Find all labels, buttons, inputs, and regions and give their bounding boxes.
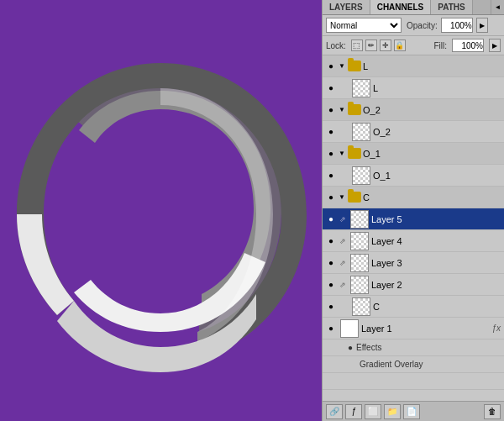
layer-name: O_1 — [363, 149, 502, 159]
layer-thumbnail — [350, 232, 369, 250]
effect-item[interactable]: Gradient Overlay — [323, 356, 504, 373]
lock-icons: ⬚ ✏ ✛ 🔒 — [351, 39, 406, 51]
effect-name: Gradient Overlay — [360, 360, 423, 369]
layer-name: Layer 2 — [371, 280, 502, 290]
layer-item[interactable]: ● ▼ L — [323, 55, 504, 77]
folder-icon — [348, 61, 361, 72]
eye-icon[interactable]: ● — [324, 234, 338, 248]
eye-icon[interactable]: ● — [324, 169, 338, 182]
tab-layers[interactable]: LAYERS — [323, 0, 370, 14]
layer-thumbnail — [352, 123, 370, 141]
add-mask-button[interactable]: ⬜ — [365, 404, 381, 419]
eye-icon[interactable]: ● — [324, 103, 338, 117]
fill-arrow[interactable]: ▶ — [489, 39, 501, 52]
layer-name: O_2 — [373, 127, 502, 137]
new-group-button[interactable]: 📁 — [384, 404, 401, 419]
lock-position-btn[interactable]: ✛ — [380, 39, 391, 51]
opacity-label: Opacity: — [407, 21, 438, 30]
effects-header: ● Effects — [323, 339, 504, 356]
layer-item[interactable]: ● L — [323, 77, 504, 99]
layer-thumbnail — [340, 319, 359, 338]
folder-icon — [348, 192, 361, 203]
layer-item[interactable]: ● ⇗ Layer 3 — [323, 252, 504, 274]
lock-all-btn[interactable]: 🔒 — [394, 39, 406, 51]
eye-icon[interactable]: ● — [324, 300, 338, 313]
layer-thumbnail — [350, 276, 369, 294]
lock-transparency-btn[interactable]: ⬚ — [351, 39, 363, 51]
panel-menu-button[interactable]: ◄ — [491, 0, 504, 14]
layer-item[interactable]: ● ▼ O_1 — [323, 143, 504, 165]
layer-thumbnail — [352, 79, 370, 97]
group-arrow[interactable]: ▼ — [338, 106, 346, 114]
layer-item-empty — [323, 373, 504, 390]
new-layer-button[interactable]: 📄 — [403, 404, 420, 419]
folder-icon — [348, 148, 361, 160]
blend-mode-row: Normal Opacity: ▶ — [323, 15, 504, 36]
layer-name: Layer 3 — [371, 258, 502, 268]
layer-item[interactable]: ● Layer 1 ƒx — [323, 318, 504, 339]
layer-item[interactable]: ● ⇗ Layer 2 — [323, 274, 504, 296]
link-icon: ⇗ — [338, 213, 348, 226]
layer-name: O_1 — [373, 171, 502, 181]
layer-name: O_2 — [363, 105, 502, 115]
opacity-input[interactable] — [441, 18, 473, 33]
tab-channels[interactable]: CHANNELS — [370, 0, 432, 14]
group-arrow[interactable]: ▼ — [338, 150, 346, 158]
folder-icon — [348, 104, 361, 116]
c-logo-svg — [0, 0, 322, 421]
opacity-arrow[interactable]: ▶ — [476, 18, 488, 33]
lock-row: Lock: ⬚ ✏ ✛ 🔒 Fill: ▶ — [323, 36, 504, 55]
layer-item[interactable]: ● O_1 — [323, 165, 504, 187]
layer-thumbnail — [350, 210, 369, 229]
blend-mode-select[interactable]: Normal — [326, 18, 402, 33]
layer-name: L — [363, 61, 502, 71]
group-arrow[interactable]: ▼ — [338, 193, 346, 202]
link-icon: ⇗ — [338, 256, 348, 270]
eye-icon[interactable]: ● — [324, 256, 338, 270]
layer-item[interactable]: ● O_2 — [323, 121, 504, 143]
layer-name: Layer 4 — [371, 236, 502, 246]
layer-name: Layer 1 — [361, 324, 491, 334]
eye-icon[interactable]: ● — [324, 60, 338, 73]
link-icon: ⇗ — [338, 234, 348, 248]
layer-item[interactable]: ● C — [323, 296, 504, 318]
eye-icon[interactable]: ● — [324, 213, 338, 226]
eye-icon[interactable]: ● — [324, 82, 338, 95]
layer-item[interactable]: ● ⇗ Layer 5 — [323, 208, 504, 230]
layer-item[interactable]: ● ▼ O_2 — [323, 99, 504, 121]
layer-thumbnail — [352, 166, 370, 185]
canvas-area — [0, 0, 322, 421]
layer-name: C — [373, 302, 502, 312]
group-arrow[interactable]: ▼ — [338, 62, 346, 71]
lock-label: Lock: — [326, 41, 346, 50]
add-style-button[interactable]: ƒ — [345, 404, 362, 419]
layer-name: C — [363, 192, 502, 203]
link-icon: ⇗ — [338, 278, 348, 292]
layer-thumbnail — [350, 254, 369, 272]
fx-badge: ƒx — [491, 324, 501, 333]
layer-thumbnail — [352, 297, 370, 316]
layer-name: Layer 5 — [371, 214, 502, 224]
tab-bar: LAYERS CHANNELS PATHS ◄ — [323, 0, 504, 15]
layers-list[interactable]: ● ▼ L ● L ● ▼ O_2 ● O_2 ● ▼ — [323, 55, 504, 401]
eye-icon[interactable]: ● — [324, 191, 338, 204]
layer-item[interactable]: ● ⇗ Layer 4 — [323, 230, 504, 252]
eye-icon[interactable]: ● — [324, 278, 338, 292]
fill-label: Fill: — [433, 41, 447, 50]
lock-image-btn[interactable]: ✏ — [365, 39, 377, 51]
delete-layer-button[interactable]: 🗑 — [484, 404, 501, 419]
layer-item[interactable]: ● ▼ C — [323, 187, 504, 208]
eye-icon[interactable]: ● — [324, 147, 338, 161]
fill-input[interactable] — [452, 39, 484, 52]
eye-icon[interactable]: ● — [324, 322, 338, 335]
panels-area: LAYERS CHANNELS PATHS ◄ Normal Opacity: … — [322, 0, 504, 421]
eye-icon[interactable]: ● — [324, 125, 338, 139]
tab-paths[interactable]: PATHS — [431, 0, 472, 14]
layer-name: L — [373, 83, 502, 93]
bottom-toolbar: 🔗 ƒ ⬜ 📁 📄 🗑 — [323, 401, 504, 421]
effects-label: Effects — [356, 343, 381, 352]
link-layers-button[interactable]: 🔗 — [326, 404, 343, 419]
